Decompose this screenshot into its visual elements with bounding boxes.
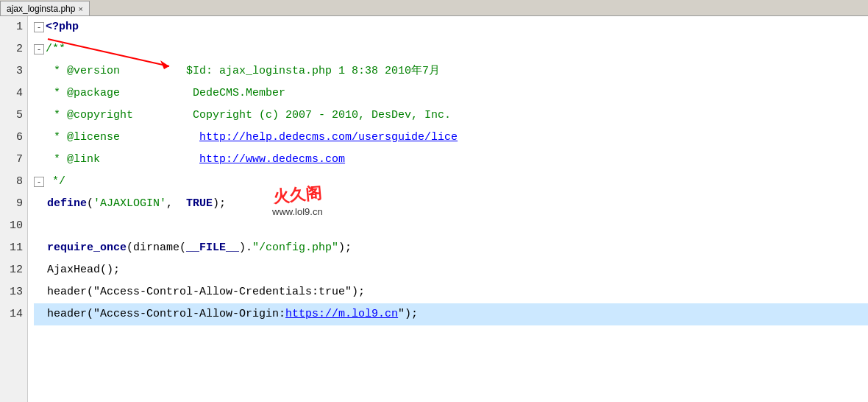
code-content: * @copyright Copyright (c) 2007 - 2010, … [47,105,451,127]
code-line: -/** [34,38,868,60]
code-line: - */ [34,171,868,193]
tab-filename: ajax_loginsta.php [7,4,75,14]
line-number: 1 [0,16,27,38]
code-content: define('AJAXLOGIN', TRUE); [47,193,226,215]
line-number: 4 [0,82,27,105]
line-number: 5 [0,105,27,127]
code-area: -<?php-/** * @version $Id: ajax_loginsta… [28,16,868,402]
code-line: AjaxHead(); [34,259,868,281]
line-number: 12 [0,259,27,281]
code-content: * @version $Id: ajax_loginsta.php 1 8:38… [47,60,440,82]
code-line: * @package DedeCMS.Member [34,82,868,105]
code-line: -<?php [34,16,868,38]
line-number: 13 [0,281,27,303]
code-content: * @package DedeCMS.Member [47,82,285,105]
code-container: 火久阁 www.lol9.cn 1234567891011121314 -<?p… [0,16,868,402]
code-content: <?php [46,16,79,38]
code-line: * @copyright Copyright (c) 2007 - 2010, … [34,105,868,127]
code-content: * @link http://www.dedecms.com [47,149,345,171]
code-line: * @link http://www.dedecms.com [34,149,868,171]
line-number: 10 [0,215,27,237]
code-line: * @license http://help.dedecms.com/users… [34,127,868,149]
code-line [34,215,868,237]
line-number: 8 [0,171,27,193]
line-numbers: 1234567891011121314 [0,16,28,402]
code-content: require_once(dirname(__FILE__)."/config.… [47,237,352,259]
code-content: header("Access-Control-Allow-Origin:http… [47,303,418,325]
line-number: 2 [0,38,27,60]
line-number: 7 [0,149,27,171]
code-content: AjaxHead(); [47,259,120,281]
line-number: 9 [0,193,27,215]
code-content: header("Access-Control-Allow-Credentials… [47,281,365,303]
line-number: 11 [0,237,27,259]
code-line: header("Access-Control-Allow-Credentials… [34,281,868,303]
fold-marker[interactable]: - [34,177,44,187]
code-line: * @version $Id: ajax_loginsta.php 1 8:38… [34,60,868,82]
fold-marker[interactable]: - [34,44,44,54]
code-line: header("Access-Control-Allow-Origin:http… [34,303,868,325]
line-number: 3 [0,60,27,82]
code-content: */ [46,171,65,193]
line-number: 14 [0,303,27,325]
close-icon[interactable]: × [78,4,82,13]
code-content: * @license http://help.dedecms.com/users… [47,127,458,149]
code-line: require_once(dirname(__FILE__)."/config.… [34,237,868,259]
file-tab[interactable]: ajax_loginsta.php × [0,1,90,15]
line-number: 6 [0,127,27,149]
code-content: /** [46,38,65,60]
code-line: define('AJAXLOGIN', TRUE); [34,193,868,215]
fold-marker[interactable]: - [34,22,44,32]
tab-bar: ajax_loginsta.php × [0,0,868,16]
